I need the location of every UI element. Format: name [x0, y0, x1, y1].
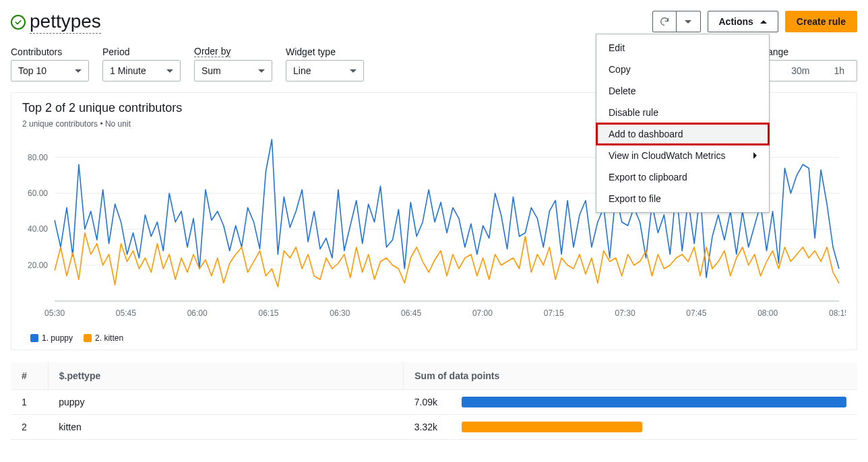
svg-text:06:15: 06:15: [258, 308, 278, 318]
svg-text:06:45: 06:45: [401, 308, 421, 318]
order-by-label: Order by: [194, 46, 230, 57]
refresh-button-group: [652, 11, 701, 32]
widget-type-value: Line: [293, 65, 311, 76]
svg-text:05:45: 05:45: [116, 308, 136, 318]
create-rule-button[interactable]: Create rule: [785, 11, 857, 32]
time-tab-1h[interactable]: 1h: [822, 61, 857, 81]
contributors-table: # $.pettype Sum of data points 1puppy7.0…: [11, 362, 857, 440]
legend-item-1[interactable]: 1. puppy: [30, 333, 73, 343]
actions-dropdown: Edit Copy Delete Disable rule Add to das…: [596, 34, 770, 213]
table-row[interactable]: 2kitten3.32k: [11, 415, 857, 440]
svg-text:06:30: 06:30: [330, 308, 350, 318]
legend-item-2[interactable]: 2. kitten: [84, 333, 123, 343]
chevron-down-icon: [258, 69, 265, 73]
legend-label-2: 2. kitten: [95, 333, 123, 343]
order-by-select[interactable]: Sum: [194, 60, 272, 81]
menu-disable-rule[interactable]: Disable rule: [596, 102, 769, 123]
contributors-select[interactable]: Top 10: [11, 60, 89, 81]
table-row[interactable]: 1puppy7.09k: [11, 390, 857, 415]
time-tab-30m[interactable]: 30m: [779, 61, 822, 81]
actions-button[interactable]: Actions: [708, 11, 778, 32]
menu-export-file[interactable]: Export to file: [596, 188, 769, 209]
cell-sum: 7.09k: [404, 390, 451, 415]
svg-text:06:00: 06:00: [187, 308, 208, 318]
menu-view-metrics-label: View in CloudWatch Metrics: [609, 150, 726, 161]
svg-text:08:00: 08:00: [757, 308, 778, 318]
svg-text:07:45: 07:45: [686, 308, 706, 318]
cell-key: kitten: [48, 415, 404, 440]
legend-swatch-1: [30, 334, 38, 342]
legend-label-1: 1. puppy: [42, 333, 73, 343]
page-title: pettypes: [30, 11, 101, 34]
refresh-button[interactable]: [652, 11, 677, 32]
svg-text:08:15: 08:15: [829, 308, 846, 318]
cell-bar: [451, 390, 857, 415]
svg-text:20.00: 20.00: [28, 261, 48, 270]
contributors-value: Top 10: [18, 65, 46, 76]
menu-delete[interactable]: Delete: [596, 80, 769, 102]
order-by-value: Sum: [202, 65, 221, 76]
table-header-row: # $.pettype Sum of data points: [11, 362, 857, 390]
cell-rank: 2: [11, 415, 48, 440]
menu-add-to-dashboard[interactable]: Add to dashboard: [596, 123, 769, 145]
chevron-up-icon: [760, 20, 767, 24]
period-select[interactable]: 1 Minute: [102, 60, 181, 81]
rule-ok-icon: [11, 15, 26, 30]
chevron-down-icon: [350, 69, 356, 73]
chevron-right-icon: [753, 152, 757, 159]
legend-swatch-2: [84, 334, 92, 342]
svg-text:80.00: 80.00: [28, 153, 48, 162]
cell-bar: [451, 415, 857, 440]
chevron-down-icon: [166, 69, 173, 73]
menu-copy[interactable]: Copy: [596, 59, 769, 80]
period-label: Period: [102, 46, 181, 57]
contributors-label: Contributors: [11, 46, 89, 57]
col-index[interactable]: #: [11, 362, 48, 390]
svg-text:07:30: 07:30: [615, 308, 636, 318]
widget-type-label: Widget type: [286, 46, 364, 57]
menu-edit[interactable]: Edit: [596, 37, 769, 59]
menu-export-clipboard[interactable]: Export to clipboard: [596, 166, 769, 188]
cell-rank: 1: [11, 390, 48, 415]
actions-label: Actions: [719, 16, 753, 27]
svg-text:60.00: 60.00: [28, 189, 48, 198]
refresh-options-button[interactable]: [677, 11, 701, 32]
cell-key: puppy: [48, 390, 404, 415]
chevron-down-icon: [685, 20, 691, 24]
period-value: 1 Minute: [110, 65, 146, 76]
menu-view-metrics[interactable]: View in CloudWatch Metrics: [596, 145, 769, 166]
col-pettype[interactable]: $.pettype: [48, 362, 404, 390]
widget-type-select[interactable]: Line: [286, 60, 364, 81]
cell-sum: 3.32k: [404, 415, 451, 440]
chevron-down-icon: [75, 69, 82, 73]
svg-text:40.00: 40.00: [28, 224, 48, 234]
svg-text:05:30: 05:30: [44, 308, 65, 318]
col-sum[interactable]: Sum of data points: [404, 362, 857, 390]
svg-text:07:15: 07:15: [544, 308, 564, 318]
svg-text:07:00: 07:00: [472, 308, 493, 318]
